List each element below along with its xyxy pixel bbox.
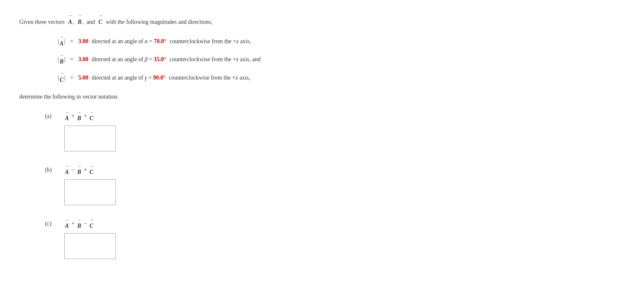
magnitude-row-C: | C | = 5.00 directed at an angle of γ =… <box>58 70 625 85</box>
value-A: 3.00 <box>78 36 88 46</box>
part-a-label: (a) <box>45 113 58 119</box>
abs-A-symbol: | A | <box>58 34 65 49</box>
abs-C-symbol: | C | <box>58 70 65 85</box>
part-c-section: (c) A + B − C <box>45 218 625 259</box>
angle-C: 90.0° <box>153 72 166 83</box>
determine-line: determine the following in vector notati… <box>19 92 625 101</box>
part-c-vec-B: B <box>77 218 81 229</box>
text1-C: directed at an angle of <box>90 72 145 83</box>
part-b-expression: (b) A − B + C <box>45 164 625 176</box>
part-a-expression: (a) A + B + C <box>45 110 625 122</box>
vec-A-mag: A <box>60 34 64 49</box>
equals-C: = <box>69 72 75 83</box>
greek-C: γ <box>145 72 147 83</box>
magnitude-table: | A | = 3.00 directed at an angle of α =… <box>58 34 625 85</box>
vec-C-mag: C <box>60 70 64 85</box>
vector-C-label: C <box>98 13 102 27</box>
part-a-vec-A: A <box>65 110 69 122</box>
determine-text: determine the following in vector notati… <box>19 93 119 100</box>
magnitude-row-B: | B | = 3.00 directed at an angle of β =… <box>58 52 625 67</box>
part-b-vec-B: B <box>77 164 81 176</box>
abs-B-symbol: | B | <box>58 52 65 67</box>
part-a-vec-C: C <box>89 110 93 122</box>
equals-B: = <box>69 54 75 64</box>
vector-B-label: B <box>78 13 81 27</box>
part-a-vec-B: B <box>77 110 81 122</box>
part-c-vec-C: C <box>89 218 93 229</box>
abs-bar-right-A: | <box>64 36 66 46</box>
part-c-plus: + <box>71 220 75 227</box>
part-b-answer-input[interactable] <box>64 179 116 205</box>
greek-B: β <box>145 54 148 64</box>
part-b-section: (b) A − B + C <box>45 164 625 205</box>
and-text: and <box>87 19 97 25</box>
part-b-minus: − <box>71 167 75 173</box>
abs-bar-left-A: | <box>58 36 59 46</box>
equals-A: = <box>69 36 75 46</box>
part-b-vec-C: C <box>89 164 93 176</box>
part-a-plus1: + <box>71 113 75 119</box>
intro-paragraph: Given three vectors A, B, and C with the… <box>19 13 625 27</box>
text2-A: counterclockwise from the +x axis, <box>168 36 251 46</box>
comma-A: , <box>73 19 76 25</box>
vec-B-mag: B <box>60 52 64 67</box>
intro-suffix: with the following magnitudes and direct… <box>105 19 212 25</box>
magnitude-row-A: | A | = 3.00 directed at an angle of α =… <box>58 34 625 49</box>
text2-C: counterclockwise from the +x axis, <box>168 72 250 83</box>
eq-C: = <box>147 72 153 83</box>
part-c-minus: − <box>84 220 87 227</box>
part-a-section: (a) A + B + C <box>45 110 625 151</box>
part-a-answer-input[interactable] <box>64 126 116 151</box>
part-c-vec-A: A <box>65 218 69 229</box>
greek-A: α <box>145 36 148 46</box>
value-B: 3.00 <box>78 54 88 64</box>
part-b-vec-A: A <box>65 164 69 176</box>
abs-bar-left-C: | <box>58 72 59 83</box>
abs-bar-right-C: | <box>64 72 66 83</box>
part-a-plus2: + <box>84 113 87 119</box>
eq-A: = <box>148 36 154 46</box>
abs-bar-right-B: | <box>64 54 66 64</box>
part-c-answer-input[interactable] <box>64 233 116 259</box>
part-c-label: (c) <box>45 220 58 227</box>
eq-B: = <box>148 54 154 64</box>
comma-B: , <box>82 19 85 25</box>
text1-A: directed at an angle of <box>90 36 145 46</box>
abs-bar-left-B: | <box>58 54 59 64</box>
value-C: 5.00 <box>78 72 88 83</box>
angle-A: 70.0° <box>154 36 166 46</box>
text1-B: directed at an angle of <box>90 54 145 64</box>
part-b-label: (b) <box>45 167 58 173</box>
vector-A-label: A <box>68 13 72 27</box>
part-b-plus: + <box>84 167 87 173</box>
angle-B: 35.0° <box>154 54 166 64</box>
intro-text: Given three vectors <box>19 19 66 25</box>
part-c-expression: (c) A + B − C <box>45 218 625 229</box>
text2-B: counterclockwise from the +x axis, and <box>168 54 261 64</box>
